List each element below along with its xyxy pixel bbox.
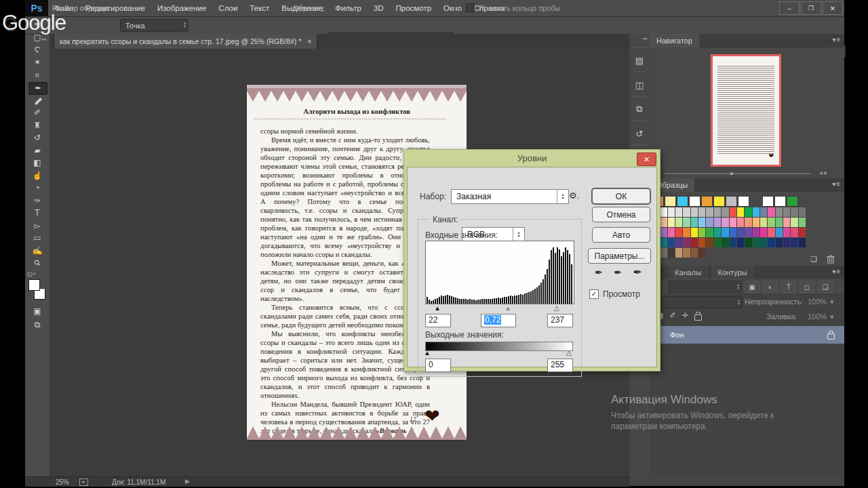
- swatch[interactable]: [768, 238, 774, 247]
- properties-panel-icon[interactable]: ⧉: [629, 101, 650, 117]
- swatch[interactable]: [762, 196, 774, 207]
- zoom-slider-track[interactable]: [665, 173, 810, 174]
- quick-mask-icon[interactable]: ▣: [28, 305, 46, 317]
- sample-size-dropdown[interactable]: Точка: [120, 19, 189, 32]
- filter-shape-icon[interactable]: ◻: [800, 281, 814, 293]
- history-panel-icon[interactable]: ↺: [629, 125, 650, 142]
- swatch[interactable]: [660, 207, 667, 217]
- navigator-tab[interactable]: Навигатор: [650, 34, 699, 47]
- swatch[interactable]: [722, 238, 728, 247]
- white-point-eyedropper-icon[interactable]: [633, 266, 642, 279]
- dialog-close-button[interactable]: [637, 152, 656, 166]
- minimize-button[interactable]: [779, 1, 800, 15]
- swatch[interactable]: [698, 228, 705, 237]
- swatch[interactable]: [698, 238, 705, 247]
- swatch[interactable]: [713, 196, 725, 207]
- options-button[interactable]: Параметры...: [588, 248, 651, 264]
- swatch[interactable]: [706, 238, 713, 247]
- swatch[interactable]: [691, 228, 698, 237]
- fill-value[interactable]: 100%: [808, 312, 827, 321]
- swatch[interactable]: [799, 218, 806, 227]
- swatch[interactable]: [714, 218, 721, 227]
- input-white-field[interactable]: 237: [547, 314, 573, 327]
- swatch[interactable]: [776, 228, 783, 237]
- swatch[interactable]: [745, 238, 751, 247]
- filter-pixel-icon[interactable]: ▣: [745, 281, 760, 293]
- panel-menu-icon[interactable]: [832, 268, 841, 275]
- swatch[interactable]: [776, 207, 783, 217]
- swatch[interactable]: [768, 218, 774, 227]
- input-gamma-field[interactable]: 0,72: [481, 314, 516, 327]
- clone-stamp-tool[interactable]: ♜: [28, 119, 46, 131]
- zoom-level-field[interactable]: 25%: [56, 479, 69, 486]
- smudge-tool[interactable]: ☝: [28, 169, 46, 181]
- swatch[interactable]: [753, 218, 760, 227]
- swatch[interactable]: [791, 228, 797, 237]
- input-white-slider[interactable]: △: [554, 305, 559, 312]
- swatch[interactable]: [768, 228, 774, 237]
- swatch[interactable]: [660, 218, 667, 227]
- swatch[interactable]: [737, 238, 744, 247]
- eyedropper-tool[interactable]: ✒: [28, 82, 47, 95]
- pen-tool[interactable]: ✑: [28, 195, 46, 206]
- type-tool[interactable]: T: [28, 207, 46, 219]
- swatch[interactable]: [776, 218, 783, 227]
- swatch[interactable]: [675, 228, 682, 237]
- swatch[interactable]: [706, 228, 713, 237]
- layer-filter-dropdown[interactable]: [668, 281, 742, 293]
- swatch[interactable]: [675, 248, 682, 258]
- swatch[interactable]: [737, 207, 744, 217]
- trash-icon[interactable]: [827, 255, 835, 264]
- lasso-tool[interactable]: Ϛ: [28, 44, 46, 56]
- preview-checkbox[interactable]: [589, 289, 599, 299]
- swatch[interactable]: [689, 196, 701, 207]
- fill-dropdown-icon[interactable]: ▾: [830, 312, 834, 321]
- screen-mode-icon[interactable]: ⧉: [28, 319, 46, 330]
- swatch[interactable]: [799, 228, 806, 237]
- info-panel-icon[interactable]: ◫: [629, 77, 650, 93]
- export-icon[interactable]: [79, 479, 88, 486]
- swatch[interactable]: [714, 207, 721, 217]
- foreground-color-chip[interactable]: [28, 279, 40, 291]
- brush-tool[interactable]: ✐: [28, 107, 46, 119]
- filter-smart-icon[interactable]: ❏: [818, 281, 833, 293]
- magic-wand-tool[interactable]: ✶: [28, 57, 46, 68]
- swatch[interactable]: [683, 207, 690, 217]
- tab-paths[interactable]: Контуры: [711, 266, 754, 279]
- swatch[interactable]: [737, 228, 744, 237]
- filter-type-icon[interactable]: T: [781, 281, 796, 293]
- swatch[interactable]: [698, 248, 705, 258]
- crop-tool[interactable]: ⌗: [28, 69, 46, 81]
- menu-4[interactable]: Слои: [212, 0, 243, 16]
- swatch[interactable]: [683, 238, 690, 247]
- swatch[interactable]: [722, 228, 728, 237]
- swatch[interactable]: [799, 238, 806, 247]
- swatch[interactable]: [683, 228, 690, 237]
- panel-resize-icon[interactable]: [836, 170, 842, 176]
- new-swatch-icon[interactable]: [810, 255, 817, 264]
- swatch[interactable]: [760, 228, 767, 237]
- swatch[interactable]: [783, 218, 790, 227]
- swatch[interactable]: [768, 207, 774, 217]
- swatch[interactable]: [774, 196, 786, 207]
- swatch[interactable]: [668, 218, 675, 227]
- swatch[interactable]: [760, 218, 767, 227]
- swatch[interactable]: [791, 238, 797, 247]
- output-white-slider[interactable]: △: [566, 350, 572, 357]
- black-point-eyedropper-icon[interactable]: [595, 267, 603, 278]
- menu-9[interactable]: Просмотр: [390, 0, 438, 16]
- swatch[interactable]: [787, 196, 798, 207]
- eraser-tool[interactable]: ▰: [28, 144, 46, 156]
- lock-all-icon[interactable]: [694, 314, 702, 321]
- swatch[interactable]: [753, 207, 760, 217]
- menu-5[interactable]: Текст: [243, 0, 275, 16]
- swatch[interactable]: [698, 218, 705, 227]
- swatch[interactable]: [783, 238, 790, 247]
- default-colors-icon[interactable]: ◱↶: [27, 271, 36, 277]
- panel-menu-icon[interactable]: [832, 36, 841, 43]
- cancel-button[interactable]: Отмена: [592, 207, 650, 222]
- background-layer-row[interactable]: Фон: [650, 326, 844, 344]
- swatch[interactable]: [722, 207, 728, 217]
- swatch[interactable]: [722, 218, 728, 227]
- auto-button[interactable]: Авто: [592, 227, 650, 243]
